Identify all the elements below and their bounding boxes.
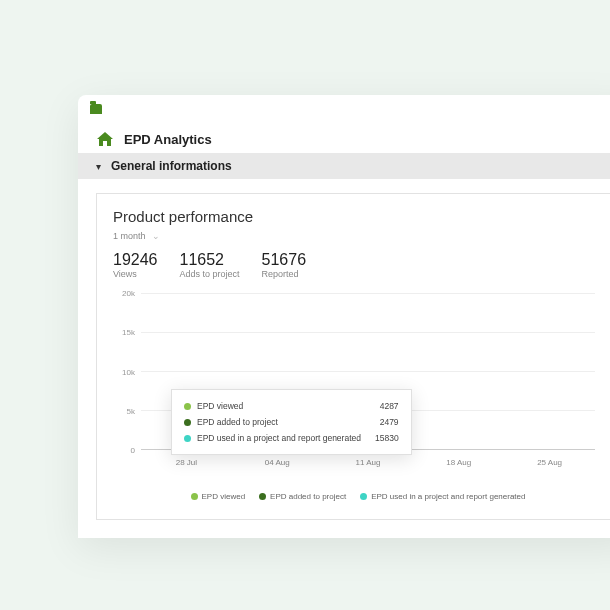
chart-tooltip: EPD viewed 4287 EPD added to project 247…: [171, 389, 412, 455]
metric-label: Reported: [262, 269, 307, 279]
tooltip-row: EPD viewed 4287: [184, 398, 399, 414]
metric-value: 51676: [262, 251, 307, 269]
chevron-down-icon: ▾: [96, 161, 101, 172]
tooltip-row: EPD used in a project and report generat…: [184, 430, 399, 446]
metric-label: Views: [113, 269, 158, 279]
period-label: 1 month: [113, 231, 146, 241]
legend-item[interactable]: EPD viewed: [191, 492, 246, 501]
metric-value: 11652: [180, 251, 240, 269]
performance-panel: Product performance 1 month ⌄ 19246 View…: [96, 193, 610, 520]
legend-label: EPD added to project: [270, 492, 346, 501]
dot-icon: [184, 403, 191, 410]
period-selector[interactable]: 1 month ⌄: [113, 231, 603, 241]
dot-icon: [360, 493, 367, 500]
tooltip-value: 2479: [380, 417, 399, 427]
browser-tab[interactable]: [84, 98, 120, 120]
metric-adds: 11652 Adds to project: [180, 251, 240, 279]
x-axis: 28 Jul04 Aug11 Aug18 Aug25 Aug: [141, 454, 595, 470]
panel-title: Product performance: [113, 208, 603, 225]
browser-tab-strip: [78, 95, 610, 123]
grid-line: [141, 371, 595, 372]
x-label: 28 Jul: [176, 458, 197, 467]
grid-line: [141, 332, 595, 333]
legend-label: EPD viewed: [202, 492, 246, 501]
metric-label: Adds to project: [180, 269, 240, 279]
chevron-down-icon: ⌄: [152, 231, 160, 241]
x-label: 25 Aug: [537, 458, 562, 467]
dot-icon: [184, 435, 191, 442]
chart-legend: EPD viewed EPD added to project EPD used…: [113, 492, 603, 501]
dot-icon: [191, 493, 198, 500]
legend-label: EPD used in a project and report generat…: [371, 492, 525, 501]
metrics-row: 19246 Views 11652 Adds to project 51676 …: [113, 251, 603, 279]
dot-icon: [184, 419, 191, 426]
app-window: EPD Analytics ▾ General informations Pro…: [78, 95, 610, 538]
dot-icon: [259, 493, 266, 500]
home-icon[interactable]: [96, 131, 114, 147]
y-tick: 15k: [122, 328, 135, 337]
y-tick: 5k: [127, 406, 135, 415]
legend-item[interactable]: EPD used in a project and report generat…: [360, 492, 525, 501]
grid-line: [141, 293, 595, 294]
x-label: 18 Aug: [446, 458, 471, 467]
metric-reported: 51676 Reported: [262, 251, 307, 279]
y-axis: 20k 15k 10k 5k 0: [113, 293, 137, 450]
tooltip-row: EPD added to project 2479: [184, 414, 399, 430]
bar-chart: 20k 15k 10k 5k 0 28 Jul04 Aug11 Aug18 Au…: [113, 293, 603, 468]
x-label: 11 Aug: [356, 458, 381, 467]
legend-item[interactable]: EPD added to project: [259, 492, 346, 501]
y-tick: 0: [131, 446, 135, 455]
y-tick: 10k: [122, 367, 135, 376]
folder-icon: [90, 104, 102, 114]
tooltip-value: 4287: [380, 401, 399, 411]
metric-views: 19246 Views: [113, 251, 158, 279]
tooltip-label: EPD viewed: [197, 401, 243, 411]
section-toggle[interactable]: ▾ General informations: [78, 153, 610, 179]
x-label: 04 Aug: [265, 458, 290, 467]
section-label: General informations: [111, 159, 232, 173]
tooltip-value: 15830: [375, 433, 399, 443]
metric-value: 19246: [113, 251, 158, 269]
y-tick: 20k: [122, 289, 135, 298]
page-title: EPD Analytics: [124, 132, 212, 147]
page-header: EPD Analytics: [78, 123, 610, 153]
tooltip-label: EPD used in a project and report generat…: [197, 433, 361, 443]
tooltip-label: EPD added to project: [197, 417, 278, 427]
